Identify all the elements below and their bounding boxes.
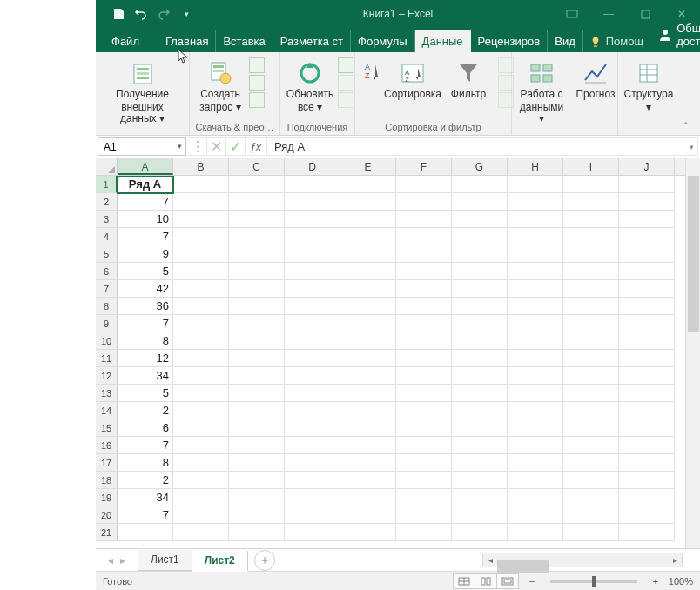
cell-I13[interactable] <box>563 385 619 402</box>
cell-A7[interactable]: 42 <box>118 280 173 298</box>
cell-G17[interactable] <box>452 454 508 472</box>
cell-I18[interactable] <box>563 472 619 489</box>
cell-J11[interactable] <box>619 350 675 367</box>
sheet-tab-Лист2[interactable]: Лист2 <box>192 551 248 572</box>
tab-вставка[interactable]: Вставка <box>216 30 273 52</box>
row-header[interactable]: 13 <box>96 385 118 402</box>
row-header[interactable]: 12 <box>96 367 118 385</box>
properties-icon[interactable] <box>338 75 353 91</box>
cell-J4[interactable] <box>619 228 675 245</box>
col-header-A[interactable]: A <box>118 158 173 175</box>
row-header[interactable]: 14 <box>96 402 118 419</box>
cell-H12[interactable] <box>508 367 563 385</box>
cell-J19[interactable] <box>619 489 675 506</box>
filter-button[interactable]: Фильтр <box>442 56 495 102</box>
cell-A13[interactable]: 5 <box>118 385 173 402</box>
row-header[interactable]: 4 <box>96 228 118 245</box>
cell-D9[interactable] <box>285 315 340 332</box>
cell-D13[interactable] <box>285 385 340 402</box>
cell-H15[interactable] <box>508 419 563 437</box>
cell-H16[interactable] <box>508 437 563 454</box>
cell-H6[interactable] <box>508 263 563 280</box>
tab-формулы[interactable]: Формулы <box>351 30 415 52</box>
reapply-icon[interactable] <box>498 75 514 91</box>
cell-C8[interactable] <box>229 298 285 315</box>
cell-H7[interactable] <box>508 280 563 298</box>
cell-G15[interactable] <box>452 419 508 437</box>
cell-B4[interactable] <box>173 228 229 245</box>
col-header-I[interactable]: I <box>563 158 619 175</box>
cell-G14[interactable] <box>452 402 508 419</box>
cell-C5[interactable] <box>229 245 285 263</box>
sort-az-button[interactable]: AZ <box>360 56 383 89</box>
cell-H21[interactable] <box>508 524 563 541</box>
tab-рецензиров[interactable]: Рецензиров <box>471 30 549 52</box>
cell-D1[interactable] <box>285 176 340 193</box>
cell-J18[interactable] <box>619 472 675 489</box>
cell-J14[interactable] <box>619 402 675 419</box>
cell-C2[interactable] <box>229 193 285 211</box>
view-page-layout-button[interactable] <box>475 573 497 589</box>
tab-главная[interactable]: Главная <box>158 30 216 52</box>
cell-C12[interactable] <box>229 367 285 385</box>
cell-E5[interactable] <box>340 245 396 263</box>
cell-G16[interactable] <box>452 437 508 454</box>
cell-E17[interactable] <box>340 454 396 472</box>
cell-H14[interactable] <box>508 402 563 419</box>
col-header-F[interactable]: F <box>396 158 452 175</box>
cell-J8[interactable] <box>619 298 675 315</box>
cell-J6[interactable] <box>619 263 675 280</box>
row-header[interactable]: 15 <box>96 419 118 437</box>
view-normal-button[interactable] <box>453 573 475 589</box>
hscroll-left[interactable]: ◂ <box>483 555 497 565</box>
cell-C18[interactable] <box>229 472 285 489</box>
cell-G11[interactable] <box>452 350 508 367</box>
cell-C7[interactable] <box>229 280 285 298</box>
redo-icon[interactable] <box>157 7 171 21</box>
show-queries-icon[interactable] <box>249 57 265 73</box>
cell-B20[interactable] <box>173 506 229 524</box>
row-header[interactable]: 1 <box>96 176 118 193</box>
cell-A1[interactable]: Ряд А <box>118 176 173 193</box>
cell-A3[interactable]: 10 <box>118 211 173 228</box>
sheet-nav-prev[interactable]: ◂ <box>108 554 113 567</box>
cell-B12[interactable] <box>173 367 229 385</box>
cell-I2[interactable] <box>563 193 619 211</box>
col-header-C[interactable]: C <box>229 158 285 175</box>
cell-E15[interactable] <box>340 419 396 437</box>
cell-F21[interactable] <box>396 524 452 541</box>
hscroll-right[interactable]: ▸ <box>668 555 682 565</box>
cell-C11[interactable] <box>229 350 285 367</box>
cell-J7[interactable] <box>619 280 675 298</box>
cell-F13[interactable] <box>396 385 452 402</box>
cell-G13[interactable] <box>452 385 508 402</box>
cell-D15[interactable] <box>285 419 340 437</box>
cell-I16[interactable] <box>563 437 619 454</box>
cell-I21[interactable] <box>563 524 619 541</box>
cell-F5[interactable] <box>396 245 452 263</box>
cell-B11[interactable] <box>173 350 229 367</box>
cell-D4[interactable] <box>285 228 340 245</box>
hscroll-thumb[interactable] <box>497 560 549 573</box>
row-header[interactable]: 17 <box>96 454 118 472</box>
cell-J17[interactable] <box>619 454 675 472</box>
cell-H1[interactable] <box>508 176 563 193</box>
sheet-nav-next[interactable]: ▸ <box>120 554 125 567</box>
horizontal-scrollbar[interactable]: ◂ ▸ <box>482 553 683 567</box>
cell-H13[interactable] <box>508 385 563 402</box>
share-button[interactable]: Общий доступ <box>650 22 700 52</box>
undo-icon[interactable] <box>134 7 148 21</box>
cell-E9[interactable] <box>340 315 396 332</box>
cell-J20[interactable] <box>619 506 675 524</box>
save-icon[interactable] <box>111 7 125 21</box>
cell-G4[interactable] <box>452 228 508 245</box>
cell-A20[interactable]: 7 <box>118 506 173 524</box>
cell-F16[interactable] <box>396 437 452 454</box>
cell-E6[interactable] <box>340 263 396 280</box>
cell-E3[interactable] <box>340 211 396 228</box>
cell-E8[interactable] <box>340 298 396 315</box>
cell-G18[interactable] <box>452 472 508 489</box>
cell-A19[interactable]: 34 <box>118 489 173 506</box>
cell-A18[interactable]: 2 <box>118 472 173 489</box>
col-header-H[interactable]: H <box>508 158 563 175</box>
